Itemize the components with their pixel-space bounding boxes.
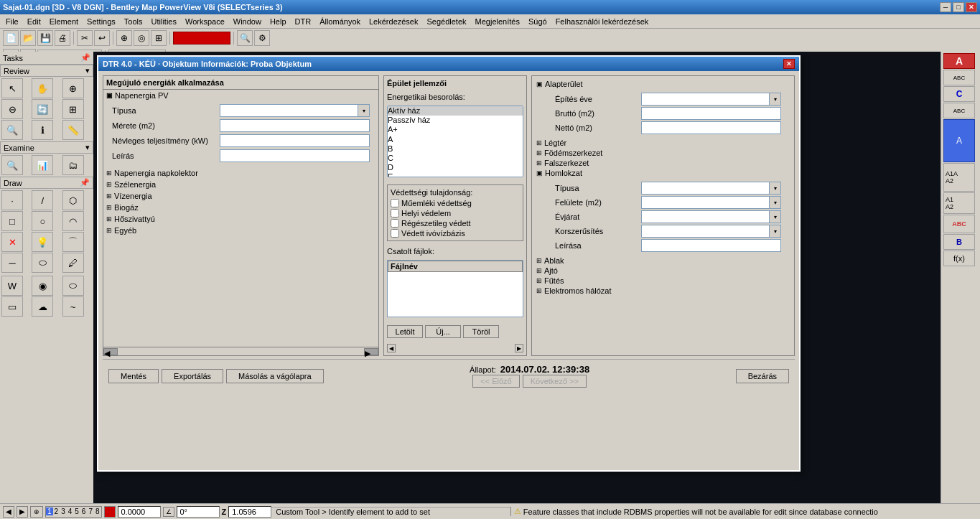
nevleges-input[interactable] (220, 134, 370, 147)
korszerusites-input[interactable] (641, 225, 770, 238)
epites-eve-combo[interactable]: ▾ (641, 93, 781, 106)
page-7[interactable]: 7 (87, 508, 94, 515)
menu-tools[interactable]: Tools (120, 17, 147, 27)
draw-ellipse2[interactable]: ⬭ (62, 276, 84, 296)
draw-smooth[interactable]: ~ (62, 296, 84, 317)
draw-section-header[interactable]: Draw 📌 (0, 177, 93, 189)
menu-edit[interactable]: Edit (23, 17, 45, 27)
tipusa-arrow[interactable]: ▾ (358, 104, 370, 117)
kovetkezo-btn[interactable]: Következő >> (523, 375, 587, 388)
alapterulet-header[interactable]: ▣ Alapterület (535, 79, 791, 89)
examine-section-header[interactable]: Examine ▾ (0, 141, 93, 154)
dialog-close-btn[interactable]: ✕ (783, 59, 795, 69)
option-b[interactable]: B (388, 144, 523, 154)
examine-tool1[interactable]: 🔍 (1, 155, 23, 175)
measure-tool[interactable]: 📏 (62, 120, 84, 140)
menu-settings[interactable]: Settings (83, 17, 120, 27)
page-6[interactable]: 6 (80, 508, 88, 515)
tasks-pin-icon[interactable]: 📌 (80, 53, 90, 62)
fit-tool[interactable]: ⊞ (62, 99, 84, 119)
fodemszerkezet-header[interactable]: ⊞ Födémszerkezet (535, 148, 791, 158)
page-3[interactable]: 3 (60, 508, 67, 515)
left-scroll-area[interactable]: ▣ Napenergia PV Típusa ▾ (103, 90, 378, 347)
examine-tool3[interactable]: 🗂 (62, 155, 84, 175)
masolas-btn[interactable]: Másolás a vágólapra (226, 369, 324, 383)
napenergia-napcol-header[interactable]: ⊞ Napenergia napkolektor (103, 167, 378, 179)
middle-scroll-left[interactable]: ◀ (387, 344, 396, 352)
close-btn[interactable]: ✕ (966, 2, 977, 12)
napenergia-pv-header[interactable]: ▣ Napenergia PV (103, 90, 378, 101)
menu-felhasznaloi[interactable]: Felhasználói lekérdezések (551, 17, 653, 27)
szelenergia-header[interactable]: ⊞ Szélenergia (103, 179, 378, 190)
falszerkezet-header[interactable]: ⊞ Falszerkezet (535, 158, 791, 168)
undo-btn[interactable]: ↩ (94, 30, 110, 46)
nav-back-btn[interactable]: ◀ (3, 506, 14, 518)
homlokzat-tipusa-input[interactable] (641, 182, 770, 195)
futes-header[interactable]: ⊞ Fűtés (535, 276, 791, 286)
draw-delete[interactable]: ✕ (1, 232, 23, 252)
merete-input[interactable] (220, 119, 370, 132)
menu-dtr[interactable]: DTR (291, 17, 316, 27)
draw-circle2[interactable]: ◉ (32, 276, 53, 296)
a1a2-2-tool[interactable]: A1 A2 (943, 192, 975, 214)
menu-lekerdezesek[interactable]: Lekérdezések (365, 17, 423, 27)
b-blue-tool[interactable]: B (943, 234, 975, 250)
maximize-btn[interactable]: □ (953, 2, 964, 12)
letolt-btn[interactable]: Letölt (387, 325, 423, 338)
tool4[interactable]: 🔍 (237, 30, 253, 46)
draw-circle[interactable]: ○ (32, 211, 53, 231)
new-btn[interactable]: 📄 (3, 30, 19, 46)
menu-file[interactable]: File (1, 17, 23, 27)
page-5[interactable]: 5 (73, 508, 80, 515)
menu-megjelenites[interactable]: Megjelenítés (471, 17, 524, 27)
coord-btn[interactable]: ⊕ (30, 506, 43, 518)
draw-line2[interactable]: ─ (1, 253, 23, 273)
menu-sugo[interactable]: Súgó (524, 17, 551, 27)
draw-freehand[interactable]: 🖊 (62, 253, 84, 273)
draw-square[interactable]: ▭ (1, 296, 23, 317)
muemleki-checkbox[interactable] (391, 199, 399, 207)
search-tool[interactable]: 🔍 (1, 120, 23, 140)
select-tool[interactable]: ↖ (1, 78, 23, 98)
elozo-btn[interactable]: << Előző (472, 375, 519, 388)
page-1[interactable]: 1 (46, 508, 53, 515)
page-4[interactable]: 4 (67, 508, 74, 515)
info-tool[interactable]: ℹ (32, 120, 53, 140)
felulete-input[interactable] (641, 196, 770, 209)
option-c[interactable]: C (388, 154, 523, 163)
option-passziv[interactable]: Passzív ház (388, 116, 523, 125)
legter-header[interactable]: ⊞ Légtér (535, 138, 791, 148)
egyeb-header[interactable]: ⊞ Egyéb (103, 225, 378, 236)
elektromos-header[interactable]: ⊞ Elektromos hálózat (535, 286, 791, 296)
draw-w1[interactable]: W (1, 276, 23, 296)
korszerusites-arrow[interactable]: ▾ (770, 225, 781, 238)
page-2[interactable]: 2 (53, 508, 60, 515)
option-aplus[interactable]: A+ (388, 125, 523, 134)
helyi-checkbox[interactable] (391, 209, 399, 218)
leirasa-input[interactable] (641, 239, 781, 252)
save-btn[interactable]: 💾 (37, 30, 53, 46)
evjarat-arrow[interactable]: ▾ (770, 210, 781, 223)
menu-segedletek[interactable]: Segédletek (423, 17, 471, 27)
ajto-header[interactable]: ⊞ Ajtó (535, 266, 791, 276)
leiras-input[interactable] (220, 149, 370, 162)
tool3[interactable]: ⊞ (151, 30, 167, 46)
draw-rect[interactable]: □ (1, 211, 23, 231)
exportalas-btn[interactable]: Exportálás (162, 369, 223, 383)
left-hscroll-right[interactable]: ▶ (364, 348, 378, 355)
cut-btn[interactable]: ✂ (77, 30, 93, 46)
ablak-header[interactable]: ⊞ Ablak (535, 256, 791, 266)
a-blue-large-tool[interactable]: A (943, 119, 975, 162)
homlokzat-header[interactable]: ▣ Homlokzat (535, 168, 791, 178)
draw-curve[interactable]: ⌒ (62, 232, 84, 252)
examine-tool2[interactable]: 📊 (32, 155, 53, 175)
draw-arc[interactable]: ◠ (62, 211, 84, 231)
felulete-combo[interactable]: ▾ (641, 196, 781, 209)
draw-line[interactable]: / (32, 190, 53, 210)
open-btn[interactable]: 📂 (20, 30, 36, 46)
draw-pin-icon[interactable]: 📌 (80, 178, 90, 187)
homlokzat-tipusa-combo[interactable]: ▾ (641, 182, 781, 195)
page-8[interactable]: 8 (94, 508, 101, 515)
energetikai-listbox[interactable]: Aktív ház Passzív ház A+ A B C D E (387, 106, 523, 177)
epites-eve-arrow[interactable]: ▾ (770, 93, 781, 106)
